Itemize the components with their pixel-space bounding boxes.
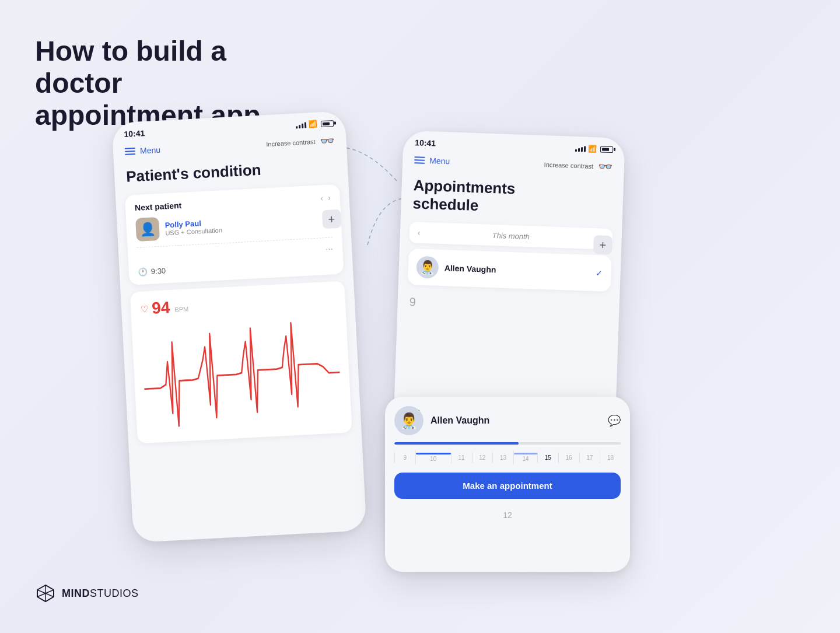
timeline-label: 16 bbox=[566, 454, 572, 461]
timeline-label: 10 bbox=[430, 456, 436, 462]
appointment-time: 9:30 bbox=[150, 267, 166, 276]
menu-label-1[interactable]: Menu bbox=[140, 145, 161, 156]
message-icon[interactable]: 💬 bbox=[608, 414, 621, 427]
heart-header: ♡ 94 BPM bbox=[139, 289, 336, 319]
bottom-number-value: 12 bbox=[503, 510, 512, 520]
timeline-label: 13 bbox=[500, 454, 506, 461]
timeline-label: 17 bbox=[586, 454, 593, 461]
logo-brand2: STUDIOS bbox=[90, 587, 139, 599]
timeline-label: 11 bbox=[459, 454, 465, 461]
accessibility-icon-1: 👓 bbox=[320, 134, 335, 148]
battery-icon bbox=[321, 120, 334, 127]
status-time-2: 10:41 bbox=[415, 138, 436, 148]
month-label: This month bbox=[492, 231, 530, 241]
hamburger-icon[interactable] bbox=[125, 148, 136, 155]
patient-card: Next patient ‹ › 👤 Polly Paul USG + Cons… bbox=[125, 184, 344, 285]
progress-bar bbox=[394, 442, 621, 445]
doctor-row: 👨‍⚕️ Allen Vaughn ✓ bbox=[416, 256, 603, 285]
heart-icon: ♡ bbox=[140, 303, 149, 315]
next-arrow[interactable]: › bbox=[328, 193, 331, 202]
accessibility-icon-2: 👓 bbox=[598, 159, 613, 174]
add-button-2[interactable]: + bbox=[593, 235, 612, 254]
menu-right-2: Increase contrast 👓 bbox=[544, 158, 612, 174]
screen-title-line1: Appointments bbox=[413, 176, 516, 197]
timeline-row: 9 10 11 12 13 14 15 16 bbox=[394, 450, 621, 464]
bottom-number: 12 bbox=[385, 508, 630, 522]
timeline-highlight bbox=[416, 453, 451, 454]
doc-avatar-lg: 👨‍⚕️ bbox=[394, 406, 424, 435]
status-icons-1: 📶 bbox=[296, 119, 334, 129]
timeline-label: 15 bbox=[545, 454, 551, 461]
timeline-item-15[interactable]: 15 bbox=[537, 452, 558, 463]
screen-title-2: Appointments schedule bbox=[412, 176, 614, 219]
menu-label-2[interactable]: Menu bbox=[429, 156, 450, 166]
menu-left-1[interactable]: Menu bbox=[125, 145, 161, 156]
timeline-item-13[interactable]: 13 bbox=[492, 452, 513, 463]
doctor-name: Allen Vaughn bbox=[444, 264, 590, 278]
timeline-item-17[interactable]: 17 bbox=[579, 452, 600, 463]
patient-row: 👤 Polly Paul USG + Consultation ✆ bbox=[135, 208, 332, 249]
nav-arrows: ‹ › bbox=[320, 193, 331, 203]
patient-avatar: 👤 bbox=[135, 217, 160, 242]
add-button-1[interactable]: + bbox=[322, 209, 342, 229]
timeline-item-14[interactable]: 14 bbox=[513, 450, 537, 464]
signal-icon bbox=[296, 121, 307, 129]
doctor-avatar: 👨‍⚕️ bbox=[416, 256, 439, 279]
logo-brand: MIND bbox=[62, 587, 90, 599]
timeline-item-16[interactable]: 16 bbox=[558, 452, 579, 463]
bpm-unit: BPM bbox=[174, 306, 188, 313]
timeline-highlight-2 bbox=[514, 453, 537, 454]
status-icons-2: 📶 bbox=[575, 144, 613, 153]
status-time-1: 10:41 bbox=[124, 128, 145, 139]
number-value: 9 bbox=[409, 295, 416, 308]
make-appointment-button[interactable]: Make an appointment bbox=[394, 473, 621, 499]
logo-text: MINDSTUDIOS bbox=[62, 587, 139, 600]
doc-name-lg: Allen Vaughn bbox=[430, 415, 601, 426]
prev-month[interactable]: ‹ bbox=[418, 228, 421, 237]
check-icon: ✓ bbox=[596, 269, 603, 278]
timeline-label: 9 bbox=[404, 454, 407, 461]
timeline-item-11[interactable]: 11 bbox=[451, 452, 472, 463]
timeline-item-10[interactable]: 10 bbox=[415, 450, 451, 464]
heart-card: ♡ 94 BPM bbox=[130, 281, 352, 444]
clock-icon: 🕐 bbox=[138, 267, 148, 277]
card-title: Next patient bbox=[135, 201, 182, 212]
online-indicator bbox=[418, 407, 422, 412]
timeline-item-9[interactable]: 9 bbox=[394, 452, 415, 463]
number-display: 9 bbox=[407, 291, 610, 318]
month-nav: ‹ This month › bbox=[409, 222, 612, 250]
doctor-card: 👨‍⚕️ Allen Vaughn ✓ bbox=[408, 249, 612, 292]
screen-title-line2: schedule bbox=[412, 194, 479, 214]
battery-icon-2 bbox=[600, 146, 613, 153]
increase-contrast-2[interactable]: Increase contrast bbox=[544, 161, 594, 170]
screen-content-2: ‹ This month › 👨‍⚕️ Allen Vaughn ✓ 9 bbox=[397, 222, 622, 319]
menu-right-1: Increase contrast 👓 bbox=[266, 134, 335, 151]
patient-info: Polly Paul USG + Consultation bbox=[164, 212, 318, 236]
hamburger-icon-2[interactable] bbox=[414, 156, 425, 164]
phone-3-content: 👨‍⚕️ Allen Vaughn 💬 9 10 11 12 bbox=[385, 397, 630, 508]
signal-icon-2 bbox=[575, 145, 586, 152]
doc-profile: 👨‍⚕️ Allen Vaughn 💬 bbox=[394, 406, 621, 435]
wifi-icon: 📶 bbox=[309, 120, 318, 129]
title-line1: How to build a doctor bbox=[35, 36, 226, 99]
prev-arrow[interactable]: ‹ bbox=[320, 193, 324, 202]
bpm-value: 94 bbox=[151, 298, 170, 318]
timeline-item-18[interactable]: 18 bbox=[600, 452, 621, 463]
phone-3-mockup: 👨‍⚕️ Allen Vaughn 💬 9 10 11 12 bbox=[385, 397, 630, 572]
doc-figure-lg: 👨‍⚕️ bbox=[400, 412, 418, 430]
timeline-label: 18 bbox=[607, 454, 614, 461]
ecg-chart bbox=[141, 314, 343, 440]
timeline-label: 12 bbox=[479, 454, 485, 461]
logo: MINDSTUDIOS bbox=[35, 583, 139, 604]
wifi-icon-2: 📶 bbox=[588, 145, 597, 153]
phone-1-mockup: 10:41 📶 Menu Increase contrast bbox=[111, 111, 366, 543]
mindstudios-logo-icon bbox=[35, 583, 56, 604]
increase-contrast-1[interactable]: Increase contrast bbox=[266, 138, 316, 148]
doctor-figure: 👨‍⚕️ bbox=[419, 260, 436, 275]
patient-figure: 👤 bbox=[139, 221, 156, 237]
menu-left-2[interactable]: Menu bbox=[414, 155, 450, 166]
timeline-item-12[interactable]: 12 bbox=[472, 452, 493, 463]
timeline-label: 14 bbox=[522, 456, 528, 462]
progress-fill bbox=[394, 442, 519, 445]
